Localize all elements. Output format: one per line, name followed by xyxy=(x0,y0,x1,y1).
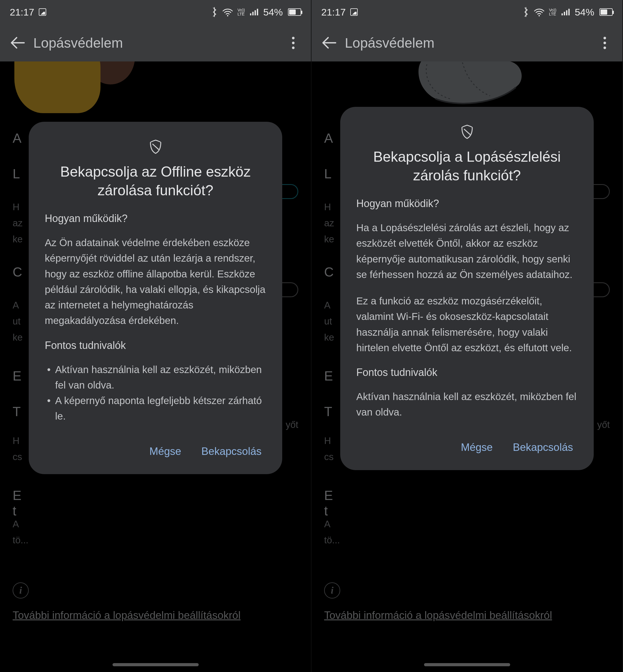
app-bar: Lopásvédelem xyxy=(312,24,622,61)
dialog-body: Ha a Lopásészlelési zárolás azt észleli,… xyxy=(356,220,577,282)
overflow-menu-button[interactable] xyxy=(280,30,306,55)
dialog-subtitle: Hogyan működik? xyxy=(356,198,577,210)
dialog-title: Bekapcsolja a Lopásészlelési zárolás fun… xyxy=(356,148,577,185)
shield-icon xyxy=(356,124,577,140)
battery-icon xyxy=(288,8,301,16)
shield-icon xyxy=(45,139,266,154)
overflow-menu-button[interactable] xyxy=(592,30,617,55)
more-vert-icon xyxy=(292,37,295,49)
more-vert-icon xyxy=(603,37,606,49)
bluetooth-icon xyxy=(523,8,529,17)
signal-icon xyxy=(560,8,571,17)
screenshot-icon xyxy=(39,8,46,16)
signal-icon xyxy=(249,8,259,17)
dialog-subtitle: Hogyan működik? xyxy=(45,212,266,225)
dialog-bullet-list: Aktívan használnia kell az eszközét, mik… xyxy=(45,362,266,424)
back-button[interactable] xyxy=(317,30,342,55)
page-title: Lopásvédelem xyxy=(345,35,434,51)
status-time: 21:17 xyxy=(10,7,34,18)
dialog-important-title: Fontos tudnivalók xyxy=(356,367,577,379)
cancel-button[interactable]: Mégse xyxy=(148,442,183,460)
battery-percent: 54% xyxy=(263,7,283,18)
app-bar: Lopásvédelem xyxy=(0,24,311,61)
wifi-icon xyxy=(222,8,233,17)
battery-icon xyxy=(599,8,613,16)
dialog-theft-detection-lock: Bekapcsolja a Lopásészlelési zárolás fun… xyxy=(340,107,594,470)
dialog-title: Bekapcsolja az Offline eszköz zárolása f… xyxy=(45,163,266,200)
status-bar: 21:17 Vo))LTE 54% xyxy=(0,0,311,24)
bluetooth-icon xyxy=(211,8,218,17)
back-button[interactable] xyxy=(5,30,30,55)
dialog-body: Az Ön adatainak védelme érdekében eszköz… xyxy=(45,235,266,328)
screenshot-icon xyxy=(350,8,358,16)
nav-pill[interactable] xyxy=(113,663,199,666)
dialog-body: Aktívan használnia kell az eszközét, mik… xyxy=(356,389,577,420)
dialog-important-title: Fontos tudnivalók xyxy=(45,340,266,351)
screenshot-left: 21:17 Vo))LTE 54% Lopásvédelem xyxy=(0,0,312,672)
dialog-offline-lock: Bekapcsolja az Offline eszköz zárolása f… xyxy=(29,122,282,474)
confirm-button[interactable]: Bekapcsolás xyxy=(511,439,575,456)
wifi-icon xyxy=(533,8,545,17)
status-bar: 21:17 Vo))LTE 54% xyxy=(312,0,622,24)
battery-percent: 54% xyxy=(575,7,594,18)
nav-pill[interactable] xyxy=(424,663,510,666)
page-title: Lopásvédelem xyxy=(33,35,123,51)
dialog-body: Ez a funkció az eszköz mozgásérzékelőit,… xyxy=(356,293,577,355)
status-time: 21:17 xyxy=(321,7,346,18)
volte-icon: Vo))LTE xyxy=(549,8,556,17)
confirm-button[interactable]: Bekapcsolás xyxy=(200,442,263,460)
list-item: Aktívan használnia kell az eszközét, mik… xyxy=(47,362,266,393)
screenshot-right: 21:17 Vo))LTE 54% Lopásvédelem xyxy=(312,0,623,672)
list-item: A képernyő naponta legfeljebb kétszer zá… xyxy=(47,393,266,424)
volte-icon: Vo))LTE xyxy=(237,8,245,17)
cancel-button[interactable]: Mégse xyxy=(459,439,494,456)
